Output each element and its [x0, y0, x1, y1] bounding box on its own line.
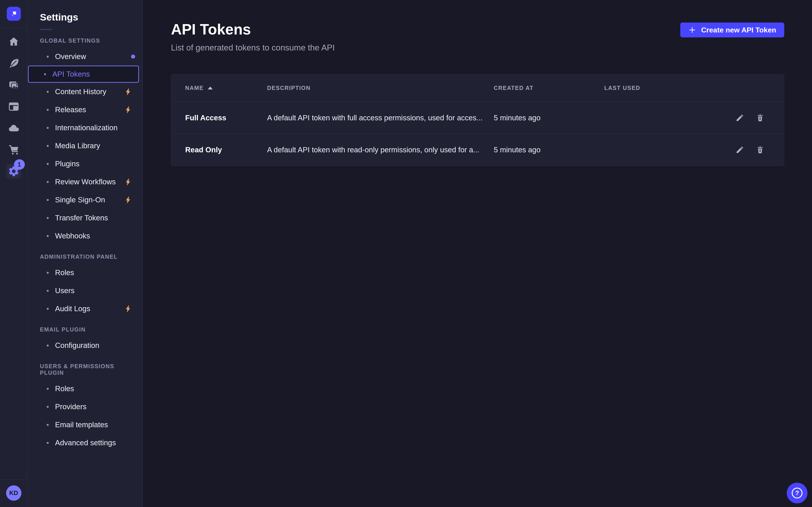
page-subtitle: List of generated tokens to consume the …	[171, 43, 335, 53]
sidebar-item-review-workflows[interactable]: Review Workflows	[28, 173, 142, 191]
token-created-at: 5 minutes ago	[494, 146, 604, 154]
help-button[interactable]: ?	[787, 483, 808, 503]
media-library-icon[interactable]	[7, 79, 20, 91]
sidebar-item-audit-logs[interactable]: Audit Logs	[28, 300, 142, 318]
table-row-read-only[interactable]: Read Only A default API token with read-…	[171, 134, 784, 166]
app-root: 1 KD Settings GLOBAL SETTINGS Overview A…	[0, 0, 812, 507]
sidebar-item-email-templates[interactable]: Email templates	[28, 416, 142, 434]
pencil-icon	[735, 114, 744, 122]
main-nav-rail: 1 KD	[0, 0, 28, 507]
bullet-icon	[47, 109, 49, 111]
home-icon[interactable]	[7, 36, 20, 48]
bullet-icon	[47, 199, 49, 201]
content-type-builder-icon[interactable]	[7, 57, 20, 70]
cloud-icon[interactable]	[7, 122, 20, 134]
section-label: EMAIL PLUGIN	[40, 326, 130, 333]
sidebar-item-label: Email templates	[55, 420, 108, 429]
api-tokens-table: NAME DESCRIPTION CREATED AT LAST USED Fu…	[171, 74, 784, 166]
sidebar-item-up-roles[interactable]: Roles	[28, 380, 142, 398]
bullet-icon	[47, 56, 49, 58]
sidebar-item-label: Transfer Tokens	[55, 214, 108, 222]
bullet-icon	[47, 91, 49, 93]
sidebar-item-label: Providers	[55, 402, 86, 411]
bullet-icon	[47, 145, 49, 147]
sidebar-item-label: Overview	[55, 52, 86, 61]
sidebar-item-label: Review Workflows	[55, 178, 116, 186]
delete-token-button[interactable]	[755, 145, 765, 155]
row-actions	[701, 145, 784, 155]
bullet-icon	[47, 217, 49, 219]
bullet-icon	[47, 163, 49, 165]
sidebar-item-admin-roles[interactable]: Roles	[28, 264, 142, 282]
sidebar-item-admin-users[interactable]: Users	[28, 282, 142, 300]
sidebar-item-label: Single Sign-On	[55, 195, 105, 204]
premium-bolt-icon	[124, 106, 133, 114]
section-label: ADMINISTRATION PANEL	[40, 253, 130, 260]
trash-icon	[756, 114, 764, 122]
premium-bolt-icon	[124, 196, 133, 204]
sidebar-item-internationalization[interactable]: Internationalization	[28, 119, 142, 137]
section-label: GLOBAL SETTINGS	[40, 38, 130, 44]
page-header: API Tokens List of generated tokens to c…	[171, 21, 784, 53]
strapi-logo-icon[interactable]	[7, 7, 21, 21]
settings-subnav: Settings GLOBAL SETTINGS Overview API To…	[28, 0, 143, 507]
sidebar-item-label: Configuration	[55, 341, 99, 350]
sidebar-item-label: Advanced settings	[55, 439, 116, 447]
sidebar-item-label: Plugins	[55, 160, 80, 168]
delete-token-button[interactable]	[755, 113, 765, 123]
bullet-icon	[47, 181, 49, 183]
sidebar-item-email-configuration[interactable]: Configuration	[28, 336, 142, 354]
divider	[0, 28, 28, 28]
premium-bolt-icon	[124, 305, 133, 313]
main-content: API Tokens List of generated tokens to c…	[143, 0, 812, 507]
sidebar-item-providers[interactable]: Providers	[28, 398, 142, 416]
marketplace-cart-icon[interactable]	[7, 144, 20, 156]
subnav-title: Settings	[40, 12, 142, 23]
table-header-row: NAME DESCRIPTION CREATED AT LAST USED	[171, 74, 784, 102]
sidebar-item-transfer-tokens[interactable]: Transfer Tokens	[28, 209, 142, 227]
token-name: Read Only	[185, 146, 267, 154]
bullet-icon	[47, 290, 49, 292]
sidebar-item-label: Releases	[55, 105, 86, 114]
settings-notification-badge: 1	[14, 159, 25, 170]
nav-section-global-settings: GLOBAL SETTINGS Overview API Tokens Cont…	[28, 38, 142, 245]
sidebar-item-releases[interactable]: Releases	[28, 101, 142, 119]
bullet-icon	[47, 406, 49, 408]
bullet-icon	[47, 442, 49, 444]
bullet-icon	[47, 344, 49, 347]
bullet-icon	[44, 73, 46, 75]
column-header-last-used: LAST USED	[604, 85, 701, 91]
user-avatar[interactable]: KD	[6, 485, 21, 501]
table-row-full-access[interactable]: Full Access A default API token with ful…	[171, 102, 784, 134]
content-manager-icon[interactable]	[7, 100, 20, 113]
sidebar-item-label: Content History	[55, 88, 106, 96]
sidebar-item-label: Internationalization	[55, 123, 117, 132]
create-api-token-button[interactable]: Create new API Token	[680, 22, 784, 38]
question-mark-icon: ?	[792, 488, 803, 498]
sidebar-item-content-history[interactable]: Content History	[28, 83, 142, 101]
plus-icon	[689, 26, 696, 34]
bullet-icon	[47, 272, 49, 274]
column-header-created-at: CREATED AT	[494, 85, 604, 91]
divider	[0, 479, 28, 480]
sidebar-item-plugins[interactable]: Plugins	[28, 155, 142, 173]
sort-ascending-icon	[208, 87, 213, 90]
sidebar-item-single-sign-on[interactable]: Single Sign-On	[28, 191, 142, 209]
column-header-name[interactable]: NAME	[185, 85, 267, 91]
sidebar-item-overview[interactable]: Overview	[28, 48, 142, 66]
bullet-icon	[47, 388, 49, 390]
premium-bolt-icon	[124, 88, 133, 96]
nav-section-users-permissions-plugin: USERS & PERMISSIONS PLUGIN Roles Provide…	[28, 363, 142, 452]
page-title: API Tokens	[171, 21, 335, 38]
sidebar-item-advanced-settings[interactable]: Advanced settings	[28, 434, 142, 452]
token-description: A default API token with full access per…	[267, 114, 494, 122]
sidebar-item-media-library[interactable]: Media Library	[28, 137, 142, 155]
settings-gear-icon[interactable]: 1	[6, 164, 21, 179]
sidebar-item-webhooks[interactable]: Webhooks	[28, 227, 142, 245]
column-header-description: DESCRIPTION	[267, 85, 494, 91]
strapi-logo-glyph	[10, 10, 17, 17]
edit-token-button[interactable]	[735, 113, 745, 123]
sidebar-item-api-tokens[interactable]: API Tokens	[28, 66, 139, 83]
edit-token-button[interactable]	[735, 145, 745, 155]
nav-section-email-plugin: EMAIL PLUGIN Configuration	[28, 326, 142, 354]
